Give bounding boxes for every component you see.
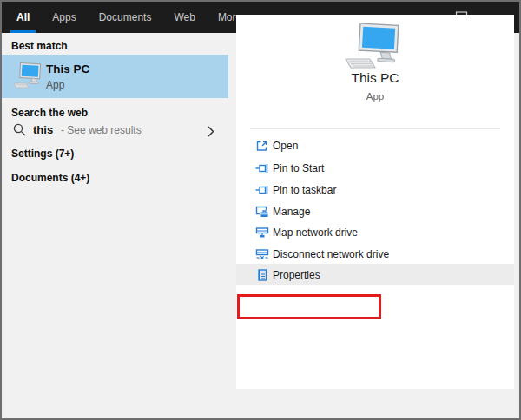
tab-documents-label: Documents: [99, 11, 152, 23]
pin-icon: [255, 183, 269, 197]
map-network-drive-icon: [255, 226, 269, 240]
action-pin-to-start-label: Pin to Start: [273, 162, 324, 174]
action-open-label: Open: [273, 140, 298, 152]
tab-all-label: All: [16, 11, 30, 23]
results-pane: Best match This PC App Search the web: [2, 33, 236, 418]
action-properties[interactable]: Properties: [236, 264, 514, 285]
best-match-subtitle: App: [46, 79, 64, 91]
search-flyout-window: All Apps Documents Web More: [0, 0, 521, 420]
action-disconnect-network-drive[interactable]: Disconnect network drive: [236, 243, 514, 265]
best-match-result-this-pc[interactable]: This PC App: [2, 55, 228, 98]
tab-web[interactable]: Web: [168, 2, 201, 33]
action-pin-to-taskbar[interactable]: Pin to taskbar: [236, 179, 514, 200]
preview-subtitle: App: [236, 91, 514, 102]
web-suggestion-hint: - See web results: [61, 124, 142, 136]
pin-icon: [255, 161, 269, 175]
best-match-header: Best match: [11, 40, 68, 52]
action-disconnect-network-drive-label: Disconnect network drive: [273, 248, 389, 260]
properties-icon: [255, 268, 269, 282]
best-match-title: This PC: [46, 62, 89, 75]
tab-apps[interactable]: Apps: [46, 2, 82, 33]
divider: [250, 128, 500, 129]
this-pc-icon: [12, 62, 42, 89]
action-pin-to-start[interactable]: Pin to Start: [236, 157, 514, 179]
web-suggestion-this[interactable]: this - See web results: [2, 119, 228, 143]
action-pin-to-taskbar-label: Pin to taskbar: [273, 184, 336, 196]
tab-all[interactable]: All: [10, 2, 36, 33]
action-manage[interactable]: Manage: [236, 200, 514, 222]
group-settings[interactable]: Settings (7+): [11, 148, 74, 160]
search-web-header: Search the web: [11, 107, 88, 119]
group-documents[interactable]: Documents (4+): [11, 172, 89, 184]
action-open[interactable]: Open: [236, 135, 514, 156]
action-manage-label: Manage: [273, 206, 310, 218]
chevron-right-icon: [208, 126, 214, 137]
action-map-network-drive-label: Map network drive: [273, 226, 358, 239]
tab-web-label: Web: [174, 11, 195, 23]
tab-documents[interactable]: Documents: [93, 2, 158, 33]
action-map-network-drive[interactable]: Map network drive: [236, 221, 514, 243]
disconnect-network-drive-icon: [255, 247, 269, 261]
preview-title: This PC: [236, 70, 514, 86]
preview-panel: This PC App Open Pin to Start: [236, 15, 514, 389]
web-suggestion-query: this: [33, 123, 53, 136]
open-icon: [255, 139, 269, 153]
action-properties-label: Properties: [273, 269, 320, 281]
manage-icon: [255, 205, 269, 219]
search-icon: [12, 122, 27, 137]
this-pc-large-icon: [342, 23, 408, 70]
tab-apps-label: Apps: [52, 11, 76, 23]
